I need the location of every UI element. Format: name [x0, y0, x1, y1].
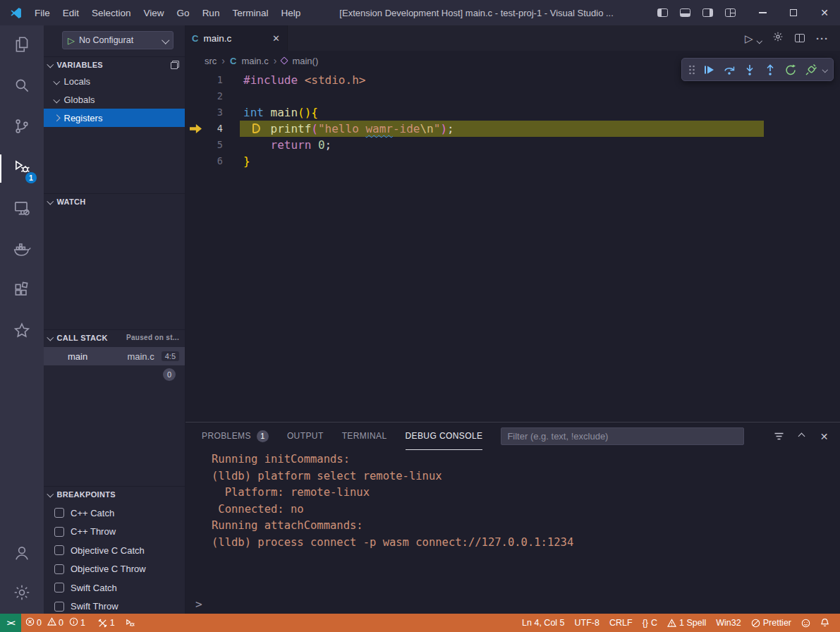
split-editor-icon[interactable] [795, 34, 805, 42]
tools-status[interactable]: 1 [93, 614, 120, 632]
menu-edit[interactable]: Edit [56, 5, 85, 21]
tab-main-c[interactable]: C main.c ✕ [185, 25, 288, 51]
encoding-indicator[interactable]: UTF-8 [570, 614, 604, 632]
sidebar-item-extensions[interactable] [0, 271, 44, 312]
variables-item-locals[interactable]: Locals [44, 72, 185, 90]
run-file-button[interactable]: ▷ [745, 33, 753, 44]
call-stack-frame[interactable]: main main.c 4:5 [44, 347, 185, 365]
spell-checker-status[interactable]: 1 Spell [662, 614, 711, 632]
breakpoint-checkbox[interactable] [54, 583, 64, 592]
debug-status-icon[interactable] [120, 614, 140, 632]
customize-layout-icon[interactable] [725, 8, 736, 17]
collapse-all-icon[interactable] [171, 61, 179, 69]
code-line-4[interactable]: 4 printf("hello wamr-ide\n"); [185, 121, 840, 137]
chevron-down-icon[interactable] [821, 60, 829, 79]
code-line-6[interactable]: 6} [185, 153, 840, 169]
filter-icon[interactable] [773, 430, 785, 442]
toggle-secondary-sidebar-icon[interactable] [702, 8, 713, 17]
sidebar-item-docker[interactable] [0, 230, 44, 271]
sidebar-item-search[interactable] [0, 66, 44, 107]
step-into-button[interactable] [739, 60, 760, 79]
disconnect-button[interactable] [801, 60, 821, 79]
language-mode[interactable]: {} C [638, 614, 662, 632]
watch-section-header[interactable]: WATCH [44, 193, 185, 209]
minimize-button[interactable] [747, 0, 778, 25]
code-line-5[interactable]: 5 return 0; [185, 137, 840, 153]
breakpoint-checkbox[interactable] [54, 564, 64, 574]
more-actions-icon[interactable]: ··· [816, 32, 829, 44]
line-number[interactable]: 1 [185, 72, 223, 88]
line-number[interactable]: 5 [185, 137, 223, 153]
account-button[interactable] [0, 535, 44, 574]
problems-status[interactable]: 0 0 1 [21, 614, 93, 632]
menu-selection[interactable]: Selection [85, 5, 138, 21]
sidebar-item-run-debug[interactable]: 1 [0, 148, 44, 189]
variables-section-header[interactable]: VARIABLES [44, 56, 185, 72]
debug-console-output[interactable]: Running initCommands:(lldb) platform sel… [212, 451, 833, 552]
call-stack-section-header[interactable]: CALL STACK Paused on st... [44, 329, 185, 345]
menu-bar: FileEditSelectionViewGoRunTerminalHelp [28, 5, 307, 21]
variables-item-registers[interactable]: Registers [44, 109, 185, 127]
line-number[interactable]: 2 [185, 88, 223, 104]
toolbar-drag-handle[interactable] [686, 60, 698, 79]
console-filter-input[interactable] [501, 427, 744, 445]
code-line-2[interactable]: 2 [185, 88, 840, 104]
line-number[interactable]: 6 [185, 153, 223, 169]
breakpoint-checkbox[interactable] [54, 527, 64, 537]
console-prompt-icon[interactable]: > [195, 597, 202, 611]
eol-indicator[interactable]: CRLF [604, 614, 638, 632]
code-area[interactable]: 1#include <stdio.h>23int main(){4 printf… [185, 72, 840, 169]
breakpoint-checkbox[interactable] [54, 545, 64, 555]
breakpoint-checkbox[interactable] [54, 602, 64, 612]
close-tab-icon[interactable]: ✕ [272, 33, 280, 44]
notifications-bell-icon[interactable] [815, 614, 834, 632]
cursor-position[interactable]: Ln 4, Col 5 [517, 614, 569, 632]
menu-view[interactable]: View [138, 5, 171, 21]
breakpoint-item[interactable]: C++ Catch [44, 504, 185, 523]
maximize-button[interactable] [778, 0, 809, 25]
step-over-button[interactable] [719, 60, 739, 79]
panel-tab-debug-console[interactable]: DEBUG CONSOLE [406, 423, 483, 450]
breakpoint-item[interactable]: C++ Throw [44, 523, 185, 542]
settings-button[interactable] [0, 574, 44, 614]
restart-button[interactable] [780, 60, 801, 79]
variables-item-globals[interactable]: Globals [44, 90, 185, 109]
menu-file[interactable]: File [28, 5, 56, 21]
close-panel-icon[interactable]: ✕ [818, 430, 830, 442]
breakpoint-item[interactable]: Swift Catch [44, 578, 185, 597]
breadcrumb-symbol[interactable]: main() [292, 56, 318, 66]
breadcrumb-file[interactable]: main.c [241, 56, 268, 66]
maximize-panel-icon[interactable] [796, 430, 808, 442]
start-debug-icon[interactable]: ▷ [68, 36, 75, 45]
breadcrumb-src[interactable]: src [205, 56, 217, 66]
remote-indicator[interactable]: >< [0, 614, 21, 632]
panel-tab-problems[interactable]: PROBLEMS1 [202, 423, 269, 450]
breakpoint-item[interactable]: Objective C Throw [44, 560, 185, 579]
sidebar-item-explorer[interactable] [0, 25, 44, 66]
debug-config-dropdown[interactable]: ▷ No Configurat [62, 31, 174, 49]
breakpoint-item[interactable]: Objective C Catch [44, 541, 185, 560]
menu-go[interactable]: Go [171, 5, 196, 21]
sidebar-item-source-control[interactable] [0, 107, 44, 148]
settings-gear-icon[interactable] [772, 31, 784, 45]
panel-tab-output[interactable]: OUTPUT [287, 423, 324, 450]
toggle-sidebar-icon[interactable] [657, 8, 668, 17]
close-button[interactable]: ✕ [809, 0, 840, 25]
code-line-3[interactable]: 3int main(){ [185, 104, 840, 121]
breakpoints-section-header[interactable]: BREAKPOINTS [44, 486, 185, 502]
panel-tab-terminal[interactable]: TERMINAL [342, 423, 387, 450]
feedback-icon[interactable] [796, 614, 815, 632]
continue-button[interactable] [698, 60, 719, 79]
breakpoint-item[interactable]: Swift Throw [44, 597, 185, 614]
line-number[interactable]: 3 [185, 104, 223, 121]
formatter-status[interactable]: Prettier [746, 614, 796, 632]
toggle-panel-icon[interactable] [680, 8, 690, 17]
platform-indicator[interactable]: Win32 [711, 614, 745, 632]
step-out-button[interactable] [760, 60, 780, 79]
menu-run[interactable]: Run [196, 5, 226, 21]
menu-terminal[interactable]: Terminal [226, 5, 274, 21]
breakpoint-checkbox[interactable] [54, 508, 64, 518]
sidebar-item-remote-explorer[interactable] [0, 189, 44, 230]
sidebar-item-favorites[interactable] [0, 312, 44, 353]
menu-help[interactable]: Help [274, 5, 307, 21]
